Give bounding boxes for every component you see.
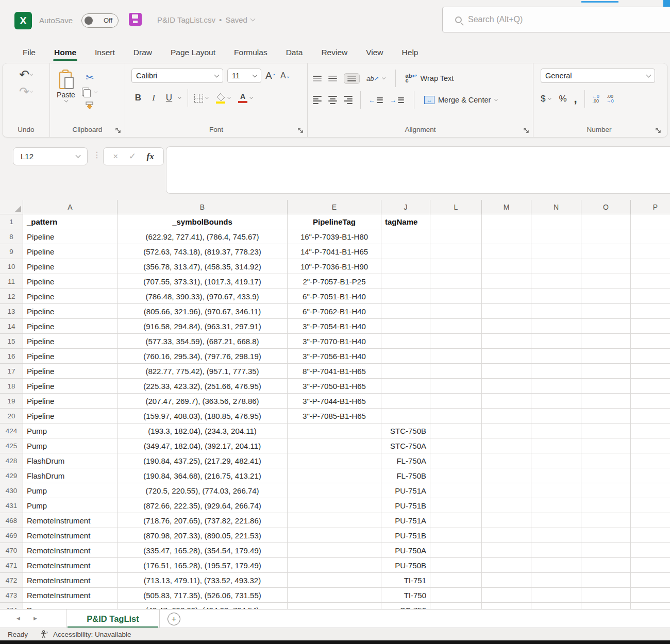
cell-P424[interactable] [631, 423, 670, 438]
cell-L424[interactable] [430, 423, 482, 438]
increase-decimal-button[interactable]: ←0.00 [592, 94, 599, 104]
cell-B8[interactable]: (622.92, 727.41), (786.4, 745.67) [118, 229, 288, 244]
cell-J17[interactable] [381, 364, 430, 379]
cell-P16[interactable] [631, 349, 670, 364]
cell-L472[interactable] [430, 573, 482, 588]
cell-E424[interactable] [288, 423, 381, 438]
cell-A473[interactable]: RemoteInstrument [23, 588, 118, 603]
cell-O470[interactable] [581, 543, 631, 558]
cell-M17[interactable] [482, 364, 531, 379]
cell-A468[interactable]: RemoteInstrument [23, 513, 118, 528]
cell-J15[interactable] [381, 334, 430, 349]
cell-P10[interactable] [631, 259, 670, 274]
cell-P429[interactable] [631, 468, 670, 483]
cell-E469[interactable] [288, 528, 381, 543]
cell-N429[interactable] [531, 468, 581, 483]
cell-L8[interactable] [430, 229, 482, 244]
cell-P17[interactable] [631, 364, 670, 379]
cell-P14[interactable] [631, 319, 670, 334]
cell-E19[interactable]: 3"-P-7044-B1-H65 [288, 394, 381, 409]
cell-L11[interactable] [430, 274, 482, 289]
cell-M18[interactable] [482, 379, 531, 394]
cell-E468[interactable] [288, 513, 381, 528]
cell-M13[interactable] [482, 304, 531, 319]
cell-P472[interactable] [631, 573, 670, 588]
cell-L19[interactable] [430, 394, 482, 409]
cell-E430[interactable] [288, 483, 381, 498]
font-size-select[interactable]: 11 [227, 69, 261, 83]
cell-N15[interactable] [531, 334, 581, 349]
cell-L14[interactable] [430, 319, 482, 334]
cell-A20[interactable]: Pipeline [23, 409, 118, 423]
bold-button[interactable]: B [131, 91, 145, 105]
cell-L12[interactable] [430, 289, 482, 304]
column-header-M[interactable]: M [482, 200, 531, 214]
align-left-button[interactable] [313, 96, 322, 104]
enter-button[interactable]: ✓ [129, 151, 136, 162]
cell-N1[interactable] [531, 214, 581, 229]
align-right-button[interactable] [344, 96, 353, 104]
cell-P9[interactable] [631, 244, 670, 259]
cell-L1[interactable] [430, 214, 482, 229]
cell-N12[interactable] [531, 289, 581, 304]
cell-L469[interactable] [430, 528, 482, 543]
cell-J20[interactable] [381, 409, 430, 423]
cell-B474[interactable]: (48.47, 698.99), (494.98, 704.54) [118, 603, 288, 609]
cell-L468[interactable] [430, 513, 482, 528]
cell-L13[interactable] [430, 304, 482, 319]
cell-P469[interactable] [631, 528, 670, 543]
cell-A11[interactable]: Pipeline [23, 274, 118, 289]
cell-L470[interactable] [430, 543, 482, 558]
cell-B428[interactable]: (190.84, 437.25), (217.29, 482.41) [118, 453, 288, 468]
cell-P428[interactable] [631, 453, 670, 468]
cell-P473[interactable] [631, 588, 670, 603]
cell-M471[interactable] [482, 558, 531, 573]
cell-J9[interactable] [381, 244, 430, 259]
cell-P8[interactable] [631, 229, 670, 244]
cell-L15[interactable] [430, 334, 482, 349]
row-header-18[interactable]: 18 [0, 379, 23, 394]
row-header-468[interactable]: 468 [0, 513, 23, 528]
cell-A9[interactable]: Pipeline [23, 244, 118, 259]
cell-E473[interactable] [288, 588, 381, 603]
cell-A17[interactable]: Pipeline [23, 364, 118, 379]
cell-N13[interactable] [531, 304, 581, 319]
cell-B472[interactable]: (713.13, 479.11), (733.52, 493.32) [118, 573, 288, 588]
cell-P430[interactable] [631, 483, 670, 498]
cell-M15[interactable] [482, 334, 531, 349]
cell-M431[interactable] [482, 498, 531, 513]
top-align-button[interactable] [313, 76, 322, 81]
cell-O15[interactable] [581, 334, 631, 349]
select-all-corner[interactable] [0, 200, 23, 214]
save-icon[interactable] [129, 13, 142, 26]
cell-L16[interactable] [430, 349, 482, 364]
column-header-P[interactable]: P [631, 200, 670, 214]
cell-B471[interactable]: (176.51, 165.28), (195.57, 179.49) [118, 558, 288, 573]
cell-J19[interactable] [381, 394, 430, 409]
row-header-14[interactable]: 14 [0, 319, 23, 334]
cell-E11[interactable]: 2"-P-7057-B1-P25 [288, 274, 381, 289]
redo-button[interactable]: ↷ [19, 86, 33, 98]
row-header-424[interactable]: 424 [0, 423, 23, 438]
cell-A19[interactable]: Pipeline [23, 394, 118, 409]
cell-J471[interactable]: PU-750B [381, 558, 430, 573]
cell-B430[interactable]: (720.5, 220.55), (774.03, 266.74) [118, 483, 288, 498]
number-dialog-launcher[interactable] [655, 127, 662, 133]
column-header-E[interactable]: E [288, 200, 381, 214]
ribbon-tab-home[interactable]: Home [47, 44, 83, 63]
cell-N473[interactable] [531, 588, 581, 603]
cell-J424[interactable]: STC-750B [381, 423, 430, 438]
search-box[interactable] [442, 7, 670, 32]
ribbon-tab-review[interactable]: Review [314, 44, 355, 63]
row-header-429[interactable]: 429 [0, 468, 23, 483]
ribbon-tab-view[interactable]: View [359, 44, 390, 63]
cell-A469[interactable]: RemoteInstrument [23, 528, 118, 543]
cell-E16[interactable]: 3"-P-7056-B1-H40 [288, 349, 381, 364]
orientation-button[interactable]: ab↗ [366, 75, 386, 82]
cell-B16[interactable]: (760.16, 295.34), (797.76, 298.19) [118, 349, 288, 364]
cell-M12[interactable] [482, 289, 531, 304]
cell-E15[interactable]: 3"-P-7070-B1-H40 [288, 334, 381, 349]
cell-L18[interactable] [430, 379, 482, 394]
cell-M429[interactable] [482, 468, 531, 483]
row-header-474[interactable]: 474 [0, 603, 23, 609]
